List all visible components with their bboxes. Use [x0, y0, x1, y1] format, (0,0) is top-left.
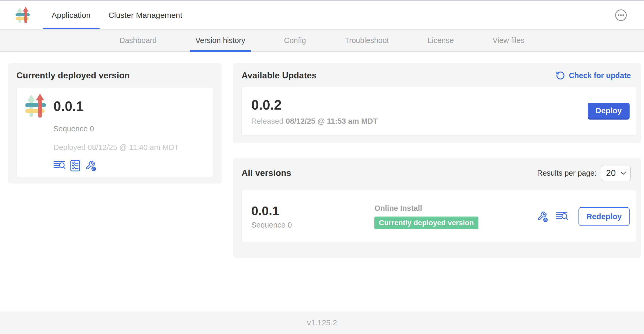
update-info: 0.0.2 Released08/12/25 @ 11:53 am MDT	[251, 97, 378, 126]
diff-logs-icon[interactable]	[53, 160, 66, 171]
application-sub-nav: Dashboard Version history Config Trouble…	[0, 30, 644, 52]
admin-console-page: Application Cluster Management Dashboard…	[0, 0, 644, 334]
app-logo-arrows-icon	[15, 7, 30, 24]
app-logo-arrows-icon	[24, 93, 47, 119]
version-history-content: Currently deployed version 0.0.1 Sequenc…	[0, 52, 644, 311]
all-versions-title: All versions	[242, 168, 291, 178]
console-version: v1.125.2	[307, 318, 337, 327]
available-updates-card: Available Updates Check for update	[233, 63, 641, 143]
update-version-number: 0.0.2	[251, 97, 378, 113]
available-update-row: 0.0.2 Released08/12/25 @ 11:53 am MDT De…	[242, 87, 636, 136]
ellipsis-menu-icon[interactable]	[615, 9, 627, 21]
update-released-line: Released08/12/25 @ 11:53 am MDT	[251, 117, 378, 126]
diff-logs-icon[interactable]	[556, 211, 568, 222]
tab-version-history-label: Version history	[195, 36, 245, 45]
deployed-timestamp: Deployed 08/12/25 @ 11:40 am MDT	[53, 143, 205, 152]
refresh-icon	[556, 71, 565, 80]
tab-config[interactable]: Config	[278, 30, 312, 51]
chevron-down-icon	[620, 171, 626, 175]
preflight-checks-icon[interactable]	[70, 160, 80, 171]
results-per-page-value: 20	[606, 168, 616, 178]
deployed-actions	[53, 160, 205, 172]
configure-icon[interactable]	[537, 211, 548, 223]
tab-troubleshoot-label: Troubleshoot	[345, 36, 389, 45]
deployed-sequence: Sequence 0	[53, 125, 205, 133]
right-column: Available Updates Check for update	[233, 63, 641, 258]
version-row-actions: Redeploy	[537, 207, 630, 226]
tab-cluster-management[interactable]: Cluster Management	[100, 1, 191, 29]
deployed-version-panel: 0.0.1 Sequence 0 Deployed 08/12/25 @ 11:…	[17, 87, 213, 177]
tab-license-label: License	[428, 36, 454, 45]
currently-deployed-title: Currently deployed version	[17, 71, 213, 80]
check-for-update-link[interactable]: Check for update	[556, 71, 631, 80]
row-version-number: 0.0.1	[251, 204, 374, 218]
deploy-button[interactable]: Deploy	[588, 103, 630, 120]
tab-troubleshoot[interactable]: Troubleshoot	[339, 30, 395, 51]
tab-license[interactable]: License	[422, 30, 460, 51]
released-timestamp: 08/12/25 @ 11:53 am MDT	[286, 117, 378, 125]
tab-application[interactable]: Application	[43, 1, 100, 29]
all-versions-header: All versions Results per page: 20	[242, 165, 636, 181]
install-type-label: Online Install	[374, 204, 422, 213]
results-per-page-label: Results per page:	[537, 169, 597, 177]
available-updates-header: Available Updates Check for update	[242, 71, 636, 80]
available-updates-title: Available Updates	[242, 71, 316, 80]
row-sequence: Sequence 0	[251, 221, 374, 229]
top-nav: Application Cluster Management	[0, 1, 644, 30]
version-row-info: 0.0.1 Sequence 0	[251, 204, 374, 229]
version-row-status: Online Install Currently deployed versio…	[374, 204, 537, 229]
redeploy-button[interactable]: Redeploy	[578, 207, 630, 226]
app-level-tabs: Application Cluster Management	[43, 1, 191, 29]
tab-dashboard[interactable]: Dashboard	[114, 30, 162, 51]
results-per-page: Results per page: 20	[537, 165, 631, 181]
tab-view-files-label: View files	[493, 36, 525, 45]
currently-deployed-card: Currently deployed version 0.0.1 Sequenc…	[8, 63, 222, 184]
currently-deployed-badge: Currently deployed version	[374, 217, 478, 229]
tab-application-label: Application	[52, 11, 91, 20]
configure-icon[interactable]	[85, 160, 96, 172]
top-nav-spacer	[191, 1, 615, 29]
results-per-page-select[interactable]: 20	[601, 165, 631, 181]
tab-version-history[interactable]: Version history	[190, 30, 251, 51]
tab-config-label: Config	[284, 36, 306, 45]
tab-cluster-management-label: Cluster Management	[108, 11, 182, 20]
active-tab-underline	[190, 50, 251, 52]
tab-view-files[interactable]: View files	[487, 30, 530, 51]
check-for-update-label: Check for update	[569, 71, 631, 80]
tab-dashboard-label: Dashboard	[119, 36, 157, 45]
version-row: 0.0.1 Sequence 0 Online Install Currentl…	[242, 190, 636, 243]
all-versions-card: All versions Results per page: 20	[233, 158, 641, 258]
released-prefix: Released	[251, 117, 283, 125]
active-tab-underline	[43, 28, 100, 29]
console-footer: v1.125.2	[0, 311, 644, 334]
deployed-version-number: 0.0.1	[53, 98, 205, 114]
